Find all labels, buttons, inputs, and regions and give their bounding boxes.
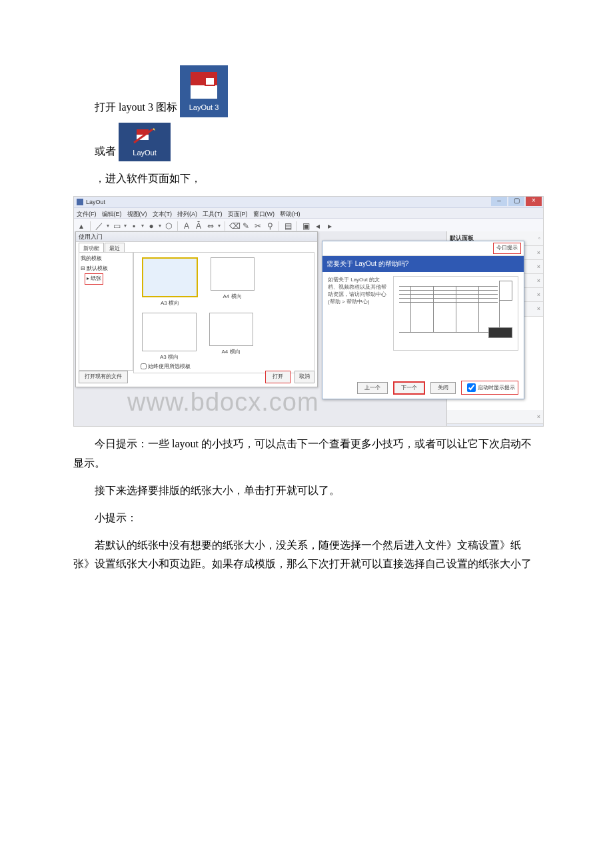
app-window-icon <box>77 199 83 205</box>
layout3-icon-label: LayOut 3 <box>180 101 228 115</box>
intro-line-2: 或者 LayOut <box>73 123 540 161</box>
select-tool-icon[interactable]: ▴ <box>77 221 86 231</box>
window-title: LayOut <box>86 197 540 207</box>
rect-tool-icon[interactable]: ▭ <box>112 221 121 231</box>
tree-paper[interactable]: ▸ 纸张 <box>85 273 131 284</box>
menu-bar: 文件(F) 编辑(E) 视图(V) 文本(T) 排列(A) 工具(T) 页面(P… <box>74 208 543 219</box>
text-tool-icon[interactable]: A <box>182 221 191 231</box>
cancel-button[interactable]: 取消 <box>295 371 314 383</box>
template-a4-landscape-2[interactable]: A4 横向 <box>209 313 253 357</box>
tip-close-button[interactable]: 关闭 <box>430 382 456 394</box>
template-a3-landscape-2[interactable]: A3 横向 <box>142 313 197 362</box>
today-tip-label: 今日提示 <box>493 243 521 253</box>
split-tool-icon[interactable]: ✂ <box>253 221 263 231</box>
intro-line-3: ，进入软件页面如下， <box>73 169 540 189</box>
body-p3: 小提示： <box>73 509 540 528</box>
tip-text: 如需关于 LayOut 的文档、视频教程以及其他帮助资源，请访问帮助中心 (帮助… <box>328 276 388 351</box>
polygon-tool-icon[interactable]: ⬡ <box>164 221 173 231</box>
menu-arrange[interactable]: 排列(A) <box>177 209 197 217</box>
menu-pages[interactable]: 页面(P) <box>228 209 248 217</box>
template-a3-landscape[interactable]: A3 横向 <box>142 257 198 308</box>
layout-pencil-icon <box>133 127 157 145</box>
tip-body: 如需关于 LayOut 的文档、视频教程以及其他帮助资源，请访问帮助中心 (帮助… <box>322 272 524 355</box>
template-area: A3 横向 A4 横向 A3 横向 A4 横向 始终使用所选模板 <box>133 252 314 373</box>
open-existing-button[interactable]: 打开现有的文件 <box>79 371 128 383</box>
minimize-button[interactable]: – <box>491 197 507 206</box>
tip-illustration <box>393 276 518 351</box>
body-p4: 若默认的纸张中没有想要的纸张大小，没关系，随便选择一个然后进入文件》文稿设置》纸… <box>73 536 540 575</box>
menu-tools[interactable]: 工具(T) <box>203 209 223 217</box>
present-tool-icon[interactable]: ▤ <box>283 221 293 231</box>
nextpage-tool-icon[interactable]: ▸ <box>325 221 334 231</box>
circle-tool-icon[interactable]: ● <box>147 221 156 231</box>
svg-rect-2 <box>205 77 215 85</box>
thumb-caption: A3 横向 <box>142 299 198 308</box>
open-button[interactable]: 打开 <box>265 371 291 383</box>
show-at-startup-check[interactable]: 启动时显示提示 <box>461 381 518 395</box>
layout-small-icon-label: LayOut <box>119 147 171 160</box>
template-a4-landscape[interactable]: A4 横向 <box>211 257 255 301</box>
menu-help[interactable]: 帮助(H) <box>280 209 301 217</box>
close-button[interactable]: × <box>526 197 542 206</box>
layout3-icon: LayOut 3 <box>180 65 228 117</box>
layout-small-icon: LayOut <box>119 123 171 161</box>
dialog1-bottom: 打开现有的文件 打开 取消 <box>79 369 314 384</box>
tip-dialog-footer: 上一个 下一个 关闭 启动时显示提示 <box>328 381 518 395</box>
tip-dialog: 今日提示 需要关于 LayOut 的帮助吗? 如需关于 LayOut 的文档、视… <box>322 241 524 399</box>
intro-text-2: 或者 <box>73 142 116 161</box>
dimension-tool-icon[interactable]: ⇔ <box>206 221 215 231</box>
template-tree[interactable]: 我的模板 ⊟ 默认模板 ▸ 纸张 <box>79 252 133 371</box>
window-titlebar: LayOut – ▢ × <box>74 197 543 208</box>
join-tool-icon[interactable]: ⚲ <box>265 221 275 231</box>
tip-prev-button[interactable]: 上一个 <box>357 382 388 394</box>
label-tool-icon[interactable]: Ā <box>194 221 203 231</box>
thumb-caption: A4 横向 <box>209 347 253 357</box>
menu-text[interactable]: 文本(T) <box>153 209 173 217</box>
tip-dialog-header-row: 今日提示 <box>322 241 524 255</box>
intro-line-1: 打开 layout 3 图标 LayOut 3 <box>73 65 540 117</box>
menu-window[interactable]: 窗口(W) <box>253 209 275 217</box>
window-buttons: – ▢ × <box>491 197 542 206</box>
maximize-button[interactable]: ▢ <box>508 197 524 206</box>
menu-view[interactable]: 视图(V) <box>127 209 147 217</box>
thumb-caption: A4 横向 <box>211 292 255 301</box>
menu-edit[interactable]: 编辑(E) <box>102 209 122 217</box>
prevpage-tool-icon[interactable]: ◂ <box>313 221 322 231</box>
menu-file[interactable]: 文件(F) <box>77 209 97 217</box>
tip-next-button[interactable]: 下一个 <box>393 381 425 395</box>
tree-my-templates[interactable]: 我的模板 <box>81 254 131 263</box>
tip-heading: 需要关于 LayOut 的帮助吗? <box>322 256 524 272</box>
erase-tool-icon[interactable]: ⌫ <box>229 221 239 231</box>
side-panel-item[interactable]: ⊞ <box>447 424 543 427</box>
style-tool-icon[interactable]: ✎ <box>241 221 251 231</box>
intro-text-1: 打开 layout 3 图标 <box>73 98 177 117</box>
work-area: 默认面板 ◦ ▸ 颜色× ▸ 形状样式× × × × × ⊞ 使用入门 新功能 … <box>74 231 543 426</box>
addpage-tool-icon[interactable]: ▣ <box>301 221 310 231</box>
getting-started-dialog: 使用入门 新功能 最近 我的模板 ⊟ 默认模板 ▸ 纸张 A3 横向 A4 横向 <box>75 231 318 387</box>
dialog1-title: 使用入门 <box>76 232 317 242</box>
line-tool-icon[interactable]: ／ <box>95 221 104 231</box>
body-p2: 接下来选择要排版的纸张大小，单击打开就可以了。 <box>73 481 540 501</box>
layout-screenshot: LayOut – ▢ × 文件(F) 编辑(E) 视图(V) 文本(T) 排列(… <box>73 196 544 427</box>
side-panel-item[interactable]: × <box>447 410 543 424</box>
tree-default-templates[interactable]: ⊟ 默认模板 <box>81 264 131 273</box>
square-tool-icon[interactable]: ▪ <box>129 221 139 231</box>
layout-app-icon <box>188 71 220 100</box>
side-panel-pin-icon[interactable]: ◦ <box>538 233 540 243</box>
thumb-caption: A3 横向 <box>142 353 197 362</box>
body-p1: 今日提示：一些 layout 的小技巧，可以点击下一个查看更多小技巧，或者可以让… <box>73 435 540 473</box>
